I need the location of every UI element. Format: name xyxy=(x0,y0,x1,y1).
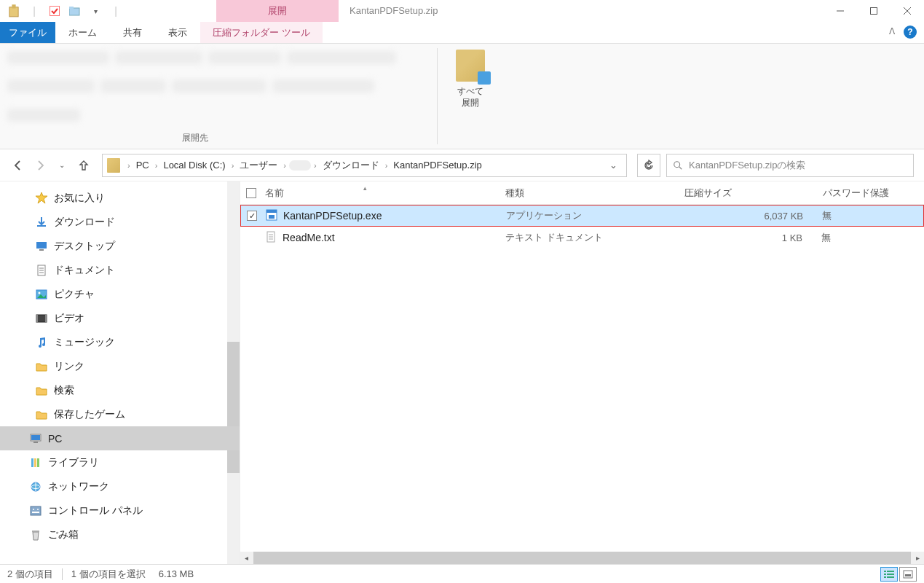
header-checkbox[interactable] xyxy=(246,188,265,198)
file-name: ReadMe.txt xyxy=(283,232,505,243)
column-size[interactable]: 圧縮サイズ xyxy=(684,187,823,200)
status-bar: 2 個の項目 1 個の項目を選択 6.13 MB xyxy=(0,564,924,583)
extract-all-button[interactable]: すべて 展開 xyxy=(438,44,503,149)
extract-all-label: すべて 展開 xyxy=(457,86,483,109)
file-tab[interactable]: ファイル xyxy=(0,22,55,43)
breadcrumb-downloads[interactable]: ダウンロード xyxy=(320,159,382,172)
network-icon xyxy=(29,480,42,493)
nav-item-folder[interactable]: 保存したゲーム xyxy=(0,402,240,426)
qat-properties-icon[interactable] xyxy=(47,3,63,19)
nav-item-pc[interactable]: PC xyxy=(0,426,240,450)
nav-item-label: ミュージック xyxy=(54,336,115,349)
nav-item-music[interactable]: ミュージック xyxy=(0,330,240,354)
nav-item-recycle-bin[interactable]: ごみ箱 xyxy=(0,523,240,547)
nav-item-search-folder[interactable]: 検索 xyxy=(0,378,240,402)
scroll-right-icon[interactable]: ▸ xyxy=(912,552,924,564)
breadcrumb-pc[interactable]: PC xyxy=(133,160,152,171)
nav-item-document[interactable]: ドキュメント xyxy=(0,258,240,282)
content-pane: 名前 ▴ 種類 圧縮サイズ パスワード保護 KantanPDFSetup.exe… xyxy=(240,181,924,564)
column-password[interactable]: パスワード保護 xyxy=(823,187,924,200)
svg-rect-22 xyxy=(45,315,47,322)
control-panel-icon xyxy=(29,504,42,517)
tab-compressed-folder-tools[interactable]: 圧縮フォルダー ツール xyxy=(200,22,323,43)
nav-item-folder[interactable]: リンク xyxy=(0,354,240,378)
breadcrumb-sep[interactable]: › xyxy=(282,161,288,170)
file-list[interactable]: KantanPDFSetup.exeアプリケーション6,037 KB無ReadM… xyxy=(240,205,924,552)
maximize-button[interactable] xyxy=(857,0,891,22)
breadcrumb-username[interactable] xyxy=(289,160,311,171)
tab-view[interactable]: 表示 xyxy=(155,22,200,43)
breadcrumb-sep[interactable]: › xyxy=(154,161,159,170)
nav-item-desktop[interactable]: デスクトップ xyxy=(0,234,240,258)
file-type: アプリケーション xyxy=(506,209,685,222)
address-bar[interactable]: › PC › Local Disk (C:) › ユーザー › › ダウンロード… xyxy=(102,154,627,177)
scroll-thumb[interactable] xyxy=(253,552,911,564)
forward-button[interactable] xyxy=(32,157,48,173)
nav-item-libraries[interactable]: ライブラリ xyxy=(0,450,240,474)
svg-point-9 xyxy=(674,161,680,167)
nav-item-label: ネットワーク xyxy=(48,480,109,493)
desktop-icon xyxy=(35,240,48,253)
column-name[interactable]: 名前 ▴ xyxy=(265,187,505,200)
svg-rect-24 xyxy=(31,435,40,440)
address-dropdown-icon[interactable]: ⌄ xyxy=(605,160,622,171)
navigation-pane[interactable]: お気に入りダウンロードデスクトップドキュメントピクチャビデオミュージックリンク検… xyxy=(0,181,240,564)
ribbon-tabs: ファイル ホーム 共有 表示 圧縮フォルダー ツール ᐱ ? xyxy=(0,22,924,44)
breadcrumb-sep[interactable]: › xyxy=(230,161,236,170)
app-icon xyxy=(6,3,22,19)
nav-item-star[interactable]: お気に入り xyxy=(0,186,240,210)
nav-item-label: ビデオ xyxy=(54,312,84,325)
breadcrumb-sep[interactable]: › xyxy=(384,161,390,170)
view-toggles xyxy=(880,567,917,582)
qat-dropdown-icon[interactable]: ▾ xyxy=(87,3,103,19)
horizontal-scrollbar[interactable]: ◂ ▸ xyxy=(240,552,924,564)
svg-point-33 xyxy=(33,509,34,510)
up-button[interactable] xyxy=(76,157,92,173)
breadcrumb-users[interactable]: ユーザー xyxy=(237,159,280,172)
svg-rect-1 xyxy=(12,4,15,8)
nav-item-download[interactable]: ダウンロード xyxy=(0,210,240,234)
nav-item-picture[interactable]: ピクチャ xyxy=(0,282,240,306)
ribbon-collapse-icon[interactable]: ᐱ xyxy=(889,26,895,36)
tab-home[interactable]: ホーム xyxy=(55,22,110,43)
svg-rect-38 xyxy=(266,210,277,213)
help-icon[interactable]: ? xyxy=(904,26,917,39)
svg-marker-11 xyxy=(36,192,47,203)
breadcrumb-sep[interactable]: › xyxy=(126,161,132,170)
nav-item-label: ダウンロード xyxy=(54,216,115,229)
qat-newfolder-icon[interactable] xyxy=(67,3,83,19)
tab-share[interactable]: 共有 xyxy=(110,22,155,43)
recent-locations-button[interactable]: ⌄ xyxy=(54,157,70,173)
column-type[interactable]: 種類 xyxy=(505,187,684,200)
close-button[interactable] xyxy=(891,0,924,22)
search-box[interactable]: KantanPDFSetup.zipの検索 xyxy=(666,154,914,177)
refresh-button[interactable] xyxy=(637,154,660,177)
svg-rect-6 xyxy=(871,8,877,15)
nav-item-label: お気に入り xyxy=(54,192,105,205)
nav-item-video[interactable]: ビデオ xyxy=(0,306,240,330)
nav-item-network[interactable]: ネットワーク xyxy=(0,474,240,498)
breadcrumb-archive[interactable]: KantanPDFSetup.zip xyxy=(390,160,484,171)
svg-rect-46 xyxy=(884,574,886,575)
breadcrumb-drive[interactable]: Local Disk (C:) xyxy=(160,160,228,171)
back-button[interactable] xyxy=(10,157,26,173)
row-checkbox[interactable] xyxy=(247,211,266,221)
breadcrumb-sep[interactable]: › xyxy=(312,161,318,170)
svg-rect-21 xyxy=(36,315,38,322)
nav-item-label: ピクチャ xyxy=(54,288,95,301)
svg-rect-47 xyxy=(887,574,894,575)
video-icon xyxy=(35,312,48,325)
extract-all-icon xyxy=(456,50,485,82)
main-area: お気に入りダウンロードデスクトップドキュメントピクチャビデオミュージックリンク検… xyxy=(0,181,924,564)
qat-separator: | xyxy=(26,3,42,19)
file-row[interactable]: ReadMe.txtテキスト ドキュメント1 KB無 xyxy=(240,227,924,249)
large-icons-view-button[interactable] xyxy=(899,567,917,582)
scroll-left-icon[interactable]: ◂ xyxy=(240,552,253,564)
minimize-button[interactable] xyxy=(824,0,857,22)
details-view-button[interactable] xyxy=(880,567,898,582)
nav-item-control-panel[interactable]: コントロール パネル xyxy=(0,498,240,523)
nav-item-label: 保存したゲーム xyxy=(54,408,125,421)
svg-point-19 xyxy=(39,292,41,294)
libraries-icon xyxy=(29,456,42,469)
file-row[interactable]: KantanPDFSetup.exeアプリケーション6,037 KB無 xyxy=(240,205,924,227)
